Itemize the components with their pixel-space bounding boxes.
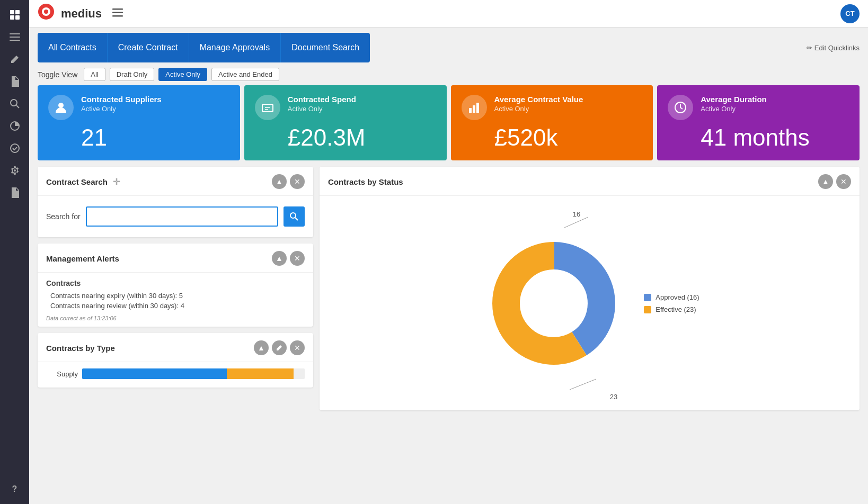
svg-point-12 [11, 144, 19, 152]
annotation-23: 23 [610, 393, 617, 401]
search-sidebar-icon[interactable] [5, 94, 24, 113]
type-bar-effective [227, 368, 294, 379]
edit-type-btn[interactable] [272, 340, 287, 355]
page-content: All Contracts Create Contract Manage App… [29, 28, 868, 504]
spend-title: Contracted Spend [288, 95, 356, 104]
close-status-btn[interactable]: ✕ [836, 174, 851, 189]
chart-body: 16 [320, 196, 860, 411]
book-icon[interactable] [5, 183, 24, 202]
topbar-right: CT [840, 4, 860, 23]
toggle-all-btn[interactable]: All [84, 68, 105, 81]
avg-value-value: £520k [462, 124, 643, 151]
type-bar-row: Supply [46, 368, 305, 379]
svg-rect-1 [15, 10, 20, 14]
toggle-row: Toggle View All Draft Only Active Only A… [29, 66, 868, 85]
svg-rect-5 [10, 37, 20, 38]
spend-sub: Active Only [288, 105, 356, 113]
collapse-alerts-btn[interactable]: ▲ [272, 251, 287, 266]
add-doc-icon[interactable] [5, 72, 24, 91]
hamburger-icon[interactable] [112, 7, 123, 20]
avatar[interactable]: CT [840, 4, 860, 23]
create-contract-btn[interactable]: Create Contract [108, 33, 189, 62]
chart-icon[interactable] [5, 116, 24, 136]
svg-rect-4 [10, 33, 20, 34]
sidebar: ? [0, 0, 29, 504]
suppliers-value: 21 [48, 124, 229, 151]
contract-search-controls: ▲ ✕ [272, 174, 305, 189]
management-alerts-controls: ▲ ✕ [272, 251, 305, 266]
contracts-by-type-widget: Contracts by Type ▲ ✕ [38, 333, 313, 388]
contracts-by-status-title: Contracts by Status [328, 177, 818, 186]
collapse-status-btn[interactable]: ▲ [818, 174, 833, 189]
chart-legend: Approved (16) Effective (23) [644, 293, 699, 313]
toggle-active-ended-btn[interactable]: Active and Ended [211, 68, 279, 81]
check-circle-icon[interactable] [5, 139, 24, 158]
avg-value-icon [462, 95, 487, 120]
management-alerts-widget: Management Alerts ▲ ✕ Contracts Contract… [38, 244, 313, 327]
svg-rect-3 [15, 15, 20, 20]
svg-point-15 [44, 10, 48, 14]
contracts-by-type-title: Contracts by Type [46, 344, 254, 353]
logo-icon [38, 3, 55, 24]
collapse-search-btn[interactable]: ▲ [272, 174, 287, 189]
contract-search-body: Search for [38, 196, 313, 237]
svg-point-9 [11, 100, 17, 106]
svg-point-19 [58, 103, 64, 108]
svg-rect-23 [476, 103, 479, 113]
gear-icon[interactable] [5, 161, 24, 180]
annotation-line-23 [564, 376, 601, 392]
average-contract-value-card: Average Contract Value Active Only £520k [451, 85, 653, 160]
duration-value: 41 months [668, 124, 849, 151]
manage-approvals-btn[interactable]: Manage Approvals [189, 33, 281, 62]
topbar: medius CT [29, 0, 868, 28]
contracts-by-status-widget: Contracts by Status ▲ ✕ 16 [320, 167, 860, 410]
svg-rect-16 [112, 8, 123, 10]
stats-row: Contracted Suppliers Active Only 21 [29, 85, 868, 167]
help-icon[interactable]: ? [5, 480, 24, 499]
alert-item-2: Contracts nearing review (within 30 days… [46, 301, 305, 311]
search-submit-btn[interactable] [284, 206, 305, 227]
contracted-spend-card: Contracted Spend Active Only £20.3M [244, 85, 447, 160]
close-type-btn[interactable]: ✕ [290, 340, 305, 355]
legend-approved: Approved (16) [644, 293, 699, 301]
duration-icon [668, 95, 693, 120]
list-icon[interactable] [5, 28, 24, 47]
left-column: Contract Search ✛ ▲ ✕ Search for [38, 167, 313, 410]
svg-line-26 [295, 218, 298, 220]
toggle-draft-btn[interactable]: Draft Only [110, 68, 155, 81]
contract-search-input[interactable] [86, 206, 278, 227]
legend-effective-dot [644, 306, 651, 313]
toggle-active-btn[interactable]: Active Only [158, 68, 207, 81]
suppliers-icon [48, 95, 74, 120]
duration-sub: Active Only [701, 105, 766, 113]
svg-rect-17 [112, 12, 123, 14]
contract-search-title: Contract Search ✛ [46, 177, 272, 187]
all-contracts-btn[interactable]: All Contracts [38, 33, 108, 62]
annotation-16: 16 [573, 210, 580, 218]
status-controls: ▲ ✕ [818, 174, 851, 189]
spend-value: £20.3M [255, 124, 436, 151]
legend-approved-dot [644, 294, 651, 301]
document-search-btn[interactable]: Document Search [281, 33, 370, 62]
avg-value-title: Average Contract Value [494, 95, 583, 104]
contracted-suppliers-card: Contracted Suppliers Active Only 21 [38, 85, 240, 160]
donut-chart [480, 229, 628, 377]
duration-title: Average Duration [701, 95, 766, 104]
svg-rect-6 [10, 40, 20, 41]
grid-icon[interactable] [5, 5, 24, 24]
quicklinks-bar: All Contracts Create Contract Manage App… [29, 28, 868, 66]
spend-icon [255, 95, 280, 120]
collapse-type-btn[interactable]: ▲ [254, 340, 269, 355]
close-alerts-btn[interactable]: ✕ [290, 251, 305, 266]
alert-data-note: Data correct as of 13:23:06 [46, 315, 305, 321]
svg-rect-2 [10, 15, 14, 20]
move-icon: ✛ [113, 177, 120, 186]
close-search-btn[interactable]: ✕ [290, 174, 305, 189]
pencil-icon: ✏ [807, 44, 812, 52]
contract-search-widget: Contract Search ✛ ▲ ✕ Search for [38, 167, 313, 237]
edit-quicklinks[interactable]: ✏ Edit Quicklinks [807, 44, 860, 52]
svg-rect-20 [262, 104, 273, 112]
alerts-body: Contracts Contracts nearing expiry (with… [38, 273, 313, 327]
right-column: Contracts by Status ▲ ✕ 16 [320, 167, 860, 410]
edit-icon[interactable] [5, 50, 24, 69]
